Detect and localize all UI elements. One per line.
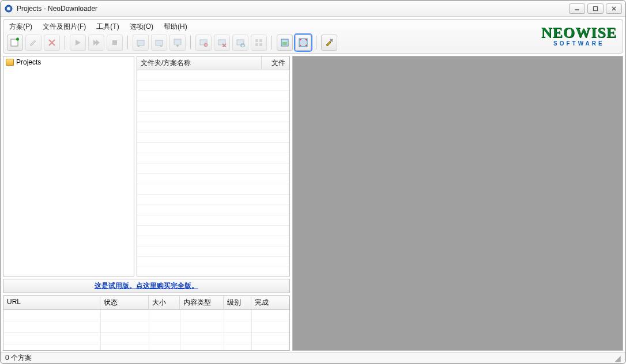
left-column: Projects 文件夹/方案名称 文件 (3, 56, 290, 351)
grid-row (3, 321, 289, 333)
minimize-button[interactable] (569, 3, 585, 14)
svg-rect-3 (594, 6, 598, 10)
tb-view-normal-button[interactable] (277, 35, 293, 51)
downloads-grid-header: URL 状态 大小 内容类型 级别 完成 (3, 296, 289, 310)
col-folder-name[interactable]: 文件夹/方案名称 (137, 56, 262, 70)
tb-play-all-button[interactable] (88, 35, 104, 51)
projects-tree[interactable]: Projects (3, 56, 134, 68)
svg-rect-17 (156, 40, 163, 46)
downloads-grid-panel: URL 状态 大小 内容类型 级别 完成 (3, 295, 290, 351)
svg-marker-13 (96, 40, 100, 46)
menubar: 方案(P) 文件及图片(F) 工具(T) 选项(O) 帮助(H) (3, 20, 623, 32)
svg-rect-29 (259, 39, 262, 42)
window-title: Projects - NeoDownloader (17, 5, 569, 13)
tb-image-action2-button[interactable] (214, 35, 230, 51)
titlebar: Projects - NeoDownloader (1, 1, 625, 17)
svg-point-1 (7, 7, 10, 10)
svg-marker-20 (176, 45, 179, 47)
preview-panel (292, 56, 623, 351)
list-row (137, 101, 289, 112)
list-row (137, 132, 289, 143)
brand-logo: NEOWISE SOFTWARE (538, 21, 620, 51)
svg-point-22 (204, 43, 208, 47)
tree-root-node[interactable]: Projects (6, 58, 131, 67)
tb-image-action3-button[interactable] (232, 35, 248, 51)
tb-view-full-button[interactable] (295, 35, 311, 51)
tb-image-action1-button[interactable] (195, 35, 212, 51)
toolbar (3, 32, 623, 51)
list-row (137, 174, 289, 184)
tb-image-prev-button[interactable] (133, 35, 149, 51)
svg-rect-14 (112, 40, 117, 45)
col-done[interactable]: 完成 (251, 296, 289, 309)
menu-tools[interactable]: 工具(T) (94, 21, 121, 33)
svg-rect-28 (255, 39, 258, 42)
menubar-container: 方案(P) 文件及图片(F) 工具(T) 选项(O) 帮助(H) (3, 19, 623, 54)
svg-rect-30 (255, 43, 258, 46)
menu-options[interactable]: 选项(O) (127, 21, 156, 33)
trial-banner: 这是试用版。点这里购买完全版。 (3, 279, 290, 293)
tb-play-button[interactable] (70, 35, 86, 51)
list-row (137, 195, 289, 205)
folder-list-rows[interactable] (137, 70, 289, 276)
menu-plan[interactable]: 方案(P) (7, 21, 35, 33)
tb-delete-button[interactable] (44, 35, 60, 51)
svg-rect-23 (218, 40, 225, 45)
list-row (137, 112, 289, 122)
col-file[interactable]: 文件 (262, 56, 289, 70)
tb-grid-button[interactable] (251, 35, 267, 51)
menu-files[interactable]: 文件及图片(F) (40, 21, 88, 33)
toolbar-separator (271, 36, 272, 50)
list-row (137, 184, 289, 195)
list-row (137, 257, 289, 267)
toolbar-separator (316, 36, 316, 50)
folder-icon (6, 59, 14, 66)
svg-marker-11 (76, 40, 81, 46)
close-button[interactable] (606, 3, 622, 14)
tree-root-label: Projects (16, 58, 41, 66)
toolbar-separator (127, 36, 128, 50)
col-content-type[interactable]: 内容类型 (180, 296, 224, 309)
grid-row (3, 333, 289, 344)
logo-main-text: NEOWISE (541, 25, 617, 40)
col-size[interactable]: 大小 (149, 296, 180, 309)
svg-rect-31 (259, 43, 262, 46)
tb-image-down-button[interactable] (169, 35, 186, 51)
list-row (137, 226, 289, 236)
tb-settings-button[interactable] (321, 35, 337, 51)
toolbar-separator (65, 36, 65, 50)
tb-edit-button[interactable] (25, 35, 42, 51)
col-level[interactable]: 级别 (224, 296, 251, 309)
list-row (137, 122, 289, 132)
tb-add-button[interactable] (7, 35, 23, 51)
maximize-button[interactable] (587, 3, 604, 14)
grid-row (3, 310, 289, 321)
svg-rect-15 (137, 40, 144, 46)
list-row (137, 153, 289, 164)
svg-rect-33 (282, 42, 287, 45)
col-url[interactable]: URL (3, 296, 100, 309)
resize-grip-icon[interactable]: ◢ (614, 354, 621, 363)
list-row (137, 70, 289, 81)
tb-image-next-button[interactable] (151, 35, 167, 51)
folder-list-header: 文件夹/方案名称 文件 (137, 56, 289, 70)
tb-stop-button[interactable] (107, 35, 123, 51)
folder-list-panel: 文件夹/方案名称 文件 (137, 56, 290, 276)
app-window: Projects - NeoDownloader 方案(P) 文件及图片(F) … (0, 0, 626, 364)
list-row (137, 236, 289, 247)
svg-rect-19 (174, 39, 181, 44)
col-status[interactable]: 状态 (100, 296, 149, 309)
downloads-grid-rows[interactable] (3, 310, 289, 350)
list-row (137, 91, 289, 101)
list-row (137, 164, 289, 174)
status-text: 0 个方案 (5, 353, 32, 363)
app-icon (4, 4, 13, 13)
list-row (137, 205, 289, 215)
menu-help[interactable]: 帮助(H) (161, 21, 190, 33)
list-row (137, 143, 289, 153)
trial-purchase-link[interactable]: 这是试用版。点这里购买完全版。 (95, 282, 198, 290)
list-row (137, 247, 289, 257)
projects-tree-panel: Projects (3, 56, 134, 276)
statusbar: 0 个方案 ◢ (1, 352, 625, 363)
logo-sub-text: SOFTWARE (553, 40, 605, 47)
